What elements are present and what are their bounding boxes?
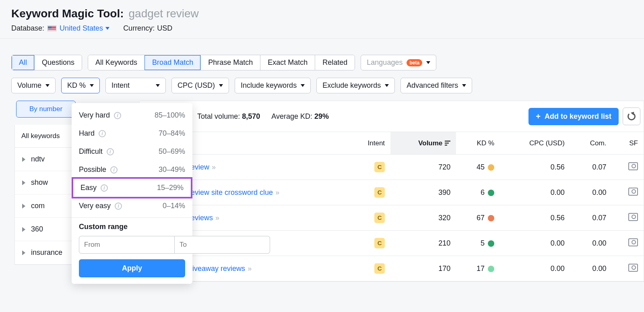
serp-icon[interactable] (628, 213, 638, 221)
chevron-right-icon (22, 227, 25, 232)
page-header: Keyword Magic Tool: gadget review Databa… (0, 0, 644, 39)
table-row: gadget reviews»C320670.560.07 (140, 205, 644, 231)
keywords-table: word Intent Volume KD % CPC (USD) Com. S… (140, 132, 644, 281)
table-row: gadget review»C720450.560.07 (140, 155, 644, 180)
kd-cell: 67 (456, 205, 500, 231)
serp-icon[interactable] (628, 238, 638, 246)
tab-questions[interactable]: Questions (34, 55, 82, 70)
kd-option[interactable]: Very easyi0–14% (72, 197, 192, 215)
by-number-button[interactable]: By number (17, 101, 75, 117)
chevron-right-icon (22, 157, 25, 162)
table-row: gadget review site crossword clue»C39060… (140, 180, 644, 205)
custom-range-from-input[interactable] (79, 236, 175, 254)
kd-cell: 17 (456, 256, 500, 281)
col-com[interactable]: Com. (570, 132, 612, 155)
serp-icon[interactable] (628, 264, 638, 272)
chevron-down-icon (385, 84, 389, 87)
match-type-row: All Questions All Keywords Broad Match P… (11, 55, 644, 70)
database-selector[interactable]: Database: United States (11, 24, 109, 33)
apply-button[interactable]: Apply (79, 259, 185, 277)
info-icon: i (110, 166, 118, 174)
col-cpc[interactable]: CPC (USD) (500, 132, 570, 155)
kd-dot-icon (488, 164, 494, 171)
cpc-cell: 0.56 (500, 155, 570, 180)
info-icon: i (114, 112, 121, 119)
com-cell: 0.00 (570, 231, 612, 256)
kd-dot-icon (488, 190, 494, 196)
intent-badge: C (374, 263, 385, 274)
filter-exclude[interactable]: Exclude keywords (316, 78, 395, 93)
kd-filter-dropdown: Very hardi85–100%Hardi70–84%Difficulti50… (72, 103, 192, 284)
com-cell: 0.00 (570, 180, 612, 205)
filter-intent[interactable]: Intent (105, 78, 166, 93)
chevron-down-icon (45, 84, 50, 87)
intent-badge: C (374, 187, 385, 198)
tool-title: Keyword Magic Tool: (11, 7, 124, 20)
kd-dot-icon (488, 215, 494, 221)
kd-option[interactable]: Easyi15–29% (72, 177, 192, 198)
info-icon: i (107, 148, 114, 155)
kd-cell: 6 (456, 180, 500, 205)
chevron-down-icon (105, 27, 109, 30)
col-sf[interactable]: SF (612, 132, 644, 155)
cpc-cell: 0.00 (500, 231, 570, 256)
filter-kd[interactable]: KD % (61, 78, 100, 93)
chevron-right-icon (22, 180, 25, 185)
volume-cell: 390 (390, 180, 456, 205)
reload-button[interactable] (623, 107, 640, 125)
sort-desc-icon (445, 141, 450, 147)
kd-dot-icon (488, 240, 494, 247)
cpc-cell: 0.56 (500, 205, 570, 231)
chevron-right-icon (22, 204, 25, 209)
add-to-keyword-list-button[interactable]: Add to keyword list (528, 108, 619, 125)
filter-include[interactable]: Include keywords (235, 78, 311, 93)
tab-all-keywords[interactable]: All Keywords (88, 55, 144, 70)
currency-display: Currency: USD (123, 24, 172, 33)
volume-cell: 210 (390, 231, 456, 256)
by-number-toggle[interactable]: By number (16, 101, 76, 118)
volume-cell: 170 (390, 256, 456, 281)
chevron-down-icon (462, 84, 466, 87)
kd-dot-icon (488, 266, 494, 272)
col-volume[interactable]: Volume (390, 132, 456, 155)
tool-query: gadget review (129, 7, 199, 20)
com-cell: 0.07 (570, 205, 612, 231)
tab-exact-match[interactable]: Exact Match (260, 55, 315, 70)
filter-volume[interactable]: Volume (11, 78, 56, 93)
serp-icon[interactable] (628, 162, 638, 170)
custom-range-title: Custom range (79, 223, 185, 231)
double-chevron-icon: » (275, 188, 278, 196)
filter-advanced[interactable]: Advanced filters (400, 78, 472, 93)
database-value: United States (60, 24, 109, 33)
filter-cpc[interactable]: CPC (USD) (171, 78, 229, 93)
info-icon: i (101, 184, 108, 192)
database-label: Database: (11, 24, 44, 33)
plus-icon (536, 112, 541, 121)
intent-badge: C (374, 238, 385, 248)
chevron-down-icon (90, 84, 94, 87)
kd-option[interactable]: Difficulti50–69% (72, 143, 192, 161)
chevron-down-icon (219, 84, 223, 87)
kd-cell: 5 (456, 231, 500, 256)
volume-cell: 720 (390, 155, 456, 180)
languages-pill[interactable]: Languages beta (361, 55, 436, 70)
double-chevron-icon: » (212, 163, 215, 171)
tab-phrase-match[interactable]: Phrase Match (200, 55, 260, 70)
us-flag-icon (47, 25, 56, 31)
chevron-down-icon (426, 61, 430, 64)
kd-option[interactable]: Possiblei30–49% (72, 161, 192, 179)
tab-broad-match[interactable]: Broad Match (144, 55, 200, 70)
filters-row: Volume KD % Intent CPC (USD) Include key… (11, 78, 644, 93)
all-questions-group: All Questions (11, 55, 82, 70)
tab-related[interactable]: Related (315, 55, 355, 70)
col-intent[interactable]: Intent (348, 132, 390, 155)
serp-icon[interactable] (628, 188, 638, 196)
custom-range-to-input[interactable] (175, 236, 270, 254)
cpc-cell: 0.00 (500, 256, 570, 281)
results-panel: ords: 2,968 Total volume: 8,570 Average … (140, 101, 644, 282)
kd-option[interactable]: Very hardi85–100% (72, 106, 192, 124)
col-kd[interactable]: KD % (456, 132, 500, 155)
tab-all[interactable]: All (12, 55, 34, 70)
info-icon: i (115, 202, 122, 210)
kd-option[interactable]: Hardi70–84% (72, 124, 192, 143)
